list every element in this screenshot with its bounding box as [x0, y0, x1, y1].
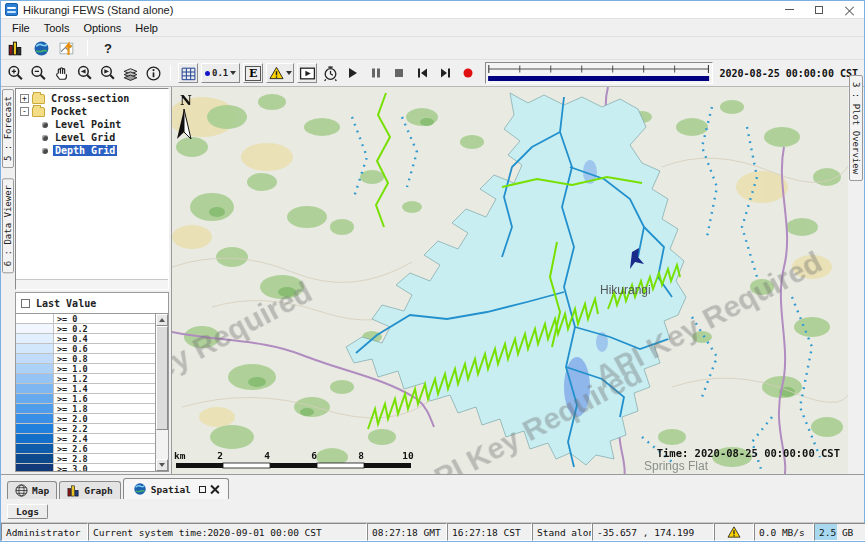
close-tab-icon[interactable] — [211, 485, 219, 493]
legend-row[interactable]: >= 0 — [16, 314, 155, 324]
step-back-button[interactable] — [412, 63, 432, 83]
legend-row[interactable]: >= 2.8 — [16, 454, 155, 464]
legend-row[interactable]: >= 1.6 — [16, 394, 155, 404]
map-display-button[interactable] — [31, 38, 51, 58]
tree-item-depth-grid[interactable]: Depth Grid — [16, 144, 168, 157]
elevation-legend-button[interactable]: E — [243, 63, 263, 83]
timeline-slider[interactable] — [485, 62, 712, 84]
database-button[interactable] — [5, 38, 25, 58]
warning-threshold-dropdown[interactable] — [266, 63, 294, 83]
zoom-next-button[interactable] — [97, 63, 117, 83]
tab-graph[interactable]: Graph — [59, 481, 121, 499]
expand-icon[interactable]: + — [20, 94, 29, 103]
legend-row[interactable]: >= 2.4 — [16, 434, 155, 444]
zoom-previous-button[interactable] — [74, 63, 94, 83]
legend-row[interactable]: >= 2.6 — [16, 444, 155, 454]
legend-swatch — [16, 394, 54, 403]
zoom-in-button[interactable] — [5, 63, 25, 83]
tree-item-label: Level Grid — [53, 132, 117, 143]
legend-row[interactable]: >= 2.2 — [16, 424, 155, 434]
bullet-icon — [42, 122, 48, 128]
tab-spatial[interactable]: Spatial — [123, 478, 229, 499]
pan-button[interactable] — [51, 63, 71, 83]
pause-button[interactable] — [366, 63, 386, 83]
timeseries-dialog-button[interactable] — [57, 38, 77, 58]
scroll-up-button[interactable] — [156, 314, 168, 326]
legend-label: >= 1.4 — [54, 384, 155, 393]
maximize-button[interactable] — [804, 1, 834, 18]
legend-row[interactable]: >= 0.4 — [16, 334, 155, 344]
tab-data-viewer[interactable]: 6 : Data Viewer — [2, 178, 14, 273]
legend-row[interactable]: >= 0.2 — [16, 324, 155, 334]
legend-row[interactable]: >= 1.0 — [16, 364, 155, 374]
menu-tools[interactable]: Tools — [37, 21, 77, 35]
map-canvas[interactable]: API Key Required API Key Required API Ke… — [171, 87, 848, 474]
status-mode: Stand alone — [532, 523, 592, 541]
stop-button[interactable] — [389, 63, 409, 83]
scroll-down-button[interactable] — [156, 459, 168, 471]
main-toolbar: ? — [1, 37, 864, 59]
tab-map[interactable]: Map — [7, 481, 57, 499]
tree-item-cross-section[interactable]: + Cross-section — [16, 92, 168, 105]
legend-label: >= 0.4 — [54, 334, 155, 343]
menu-file[interactable]: File — [5, 21, 37, 35]
dot-icon — [205, 71, 210, 76]
close-button[interactable] — [834, 1, 864, 18]
legend-row[interactable]: >= 3.0 — [16, 464, 155, 471]
time-step-button[interactable] — [320, 63, 340, 83]
tab-plot-overview[interactable]: 3 : Plot Overview — [849, 75, 863, 181]
stop-icon — [393, 67, 405, 79]
legend-label: >= 2.2 — [54, 424, 155, 433]
minimize-button[interactable] — [774, 1, 804, 18]
tree-item-label: Level Point — [53, 119, 123, 130]
legend-label: >= 2.0 — [54, 414, 155, 423]
logs-button[interactable]: Logs — [7, 504, 48, 519]
step-forward-button[interactable] — [435, 63, 455, 83]
play-button[interactable] — [343, 63, 363, 83]
legend-row[interactable]: >= 2.0 — [16, 414, 155, 424]
minimize-icon — [785, 9, 794, 10]
collapse-icon[interactable]: - — [20, 107, 29, 116]
legend-row[interactable]: >= 1.2 — [16, 374, 155, 384]
warning-icon — [269, 66, 284, 80]
legend-row[interactable]: >= 1.8 — [16, 404, 155, 414]
last-value-checkbox[interactable] — [21, 299, 30, 308]
legend-swatch — [16, 314, 54, 323]
contour-interval-dropdown[interactable]: 0.1 — [201, 63, 240, 83]
menu-help[interactable]: Help — [128, 21, 165, 35]
record-button[interactable] — [458, 63, 478, 83]
grid-display-button[interactable] — [178, 63, 198, 83]
chart-up-icon — [59, 40, 76, 57]
zoom-next-icon — [99, 65, 116, 82]
legend-row[interactable]: >= 0.6 — [16, 344, 155, 354]
layer-tree: + Cross-section - Pocket Level Point — [15, 88, 169, 290]
tree-item-label-selected: Depth Grid — [53, 145, 117, 156]
tree-item-level-grid[interactable]: Level Grid — [16, 131, 168, 144]
legend-label: >= 0.2 — [54, 324, 155, 333]
movie-player-button[interactable] — [297, 63, 317, 83]
tree-item-label: Cross-section — [49, 93, 131, 104]
legend-row[interactable]: >= 0.8 — [16, 354, 155, 364]
toolbar-separator — [170, 65, 171, 81]
status-warning[interactable] — [714, 523, 754, 541]
tree-horizontal-scrollbar[interactable] — [16, 279, 168, 289]
info-icon — [145, 65, 162, 82]
svg-text:6: 6 — [311, 450, 317, 461]
tree-item-pocket[interactable]: - Pocket — [16, 105, 168, 118]
scroll-track[interactable] — [156, 326, 168, 459]
legend-swatch — [16, 334, 54, 343]
undock-icon[interactable] — [199, 486, 206, 493]
legend-scrollbar[interactable] — [155, 314, 168, 471]
help-button[interactable]: ? — [98, 38, 118, 58]
legend-rows: >= 0>= 0.2>= 0.4>= 0.6>= 0.8>= 1.0>= 1.2… — [16, 314, 155, 471]
info-button[interactable] — [143, 63, 163, 83]
legend-label: >= 3.0 — [54, 464, 155, 471]
legend-row[interactable]: >= 1.4 — [16, 384, 155, 394]
layers-button[interactable] — [120, 63, 140, 83]
scroll-thumb[interactable] — [156, 326, 168, 430]
tab-forecast[interactable]: 5 : Forecast — [2, 89, 14, 168]
legend-label: >= 1.6 — [54, 394, 155, 403]
menu-options[interactable]: Options — [76, 21, 128, 35]
tree-item-level-point[interactable]: Level Point — [16, 118, 168, 131]
zoom-out-button[interactable] — [28, 63, 48, 83]
